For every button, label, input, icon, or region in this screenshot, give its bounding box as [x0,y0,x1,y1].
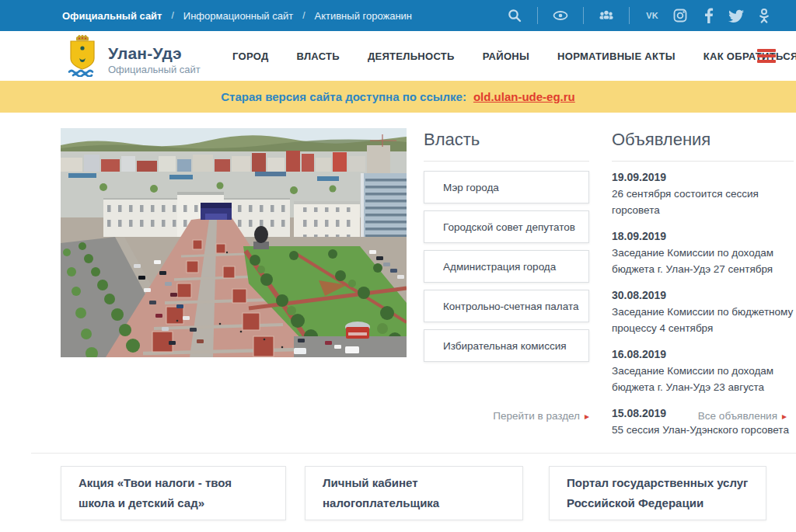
announcement-text: Заседание Комиссии по доходам бюджета г.… [612,363,794,395]
announcements-list: 19.09.2019 26 сентября состоится сессия … [612,169,794,438]
nav-item-power[interactable]: ВЛАСТЬ [297,50,340,62]
power-button-administration[interactable]: Администрация города [424,250,589,283]
hero-photo [61,128,407,357]
twitter-icon[interactable] [728,7,745,24]
svg-text:VK: VK [646,11,658,20]
page: Официальный сайт / Информационный сайт /… [0,0,796,532]
header: Улан-Удэ Официальный сайт ГОРОД ВЛАСТЬ Д… [0,31,796,81]
divider [629,7,630,24]
odnoklassniki-icon[interactable] [756,7,773,24]
site-title: Улан-Удэ [108,44,201,63]
announcement-date: 19.09.2019 [612,169,794,186]
vk-icon[interactable]: VK [644,7,661,24]
divider [424,161,589,162]
announcement-item[interactable]: 30.08.2019 Заседание Комиссии по бюджетн… [612,287,794,336]
nav-item-how-to-apply[interactable]: КАК ОБРАТИТЬСЯ [703,50,796,62]
announcement-text: Заседание Комиссии по бюджетному процесс… [612,304,794,336]
quick-link-taxpayer-cabinet[interactable]: Личный кабинет налогоплательщика [305,466,523,520]
hamburger-menu-icon[interactable] [757,49,776,63]
announcement-item[interactable]: 18.09.2019 Заседание Комиссии по доходам… [612,228,794,277]
announcement-date: 30.08.2019 [612,287,794,304]
topbar-icons: VK [506,7,773,24]
topbar-link-official-site[interactable]: Официальный сайт [62,10,162,22]
arrow-right-icon: ▸ [782,411,787,422]
facebook-icon[interactable] [700,7,717,24]
power-button-control-chamber[interactable]: Контрольно-счетная палата [424,290,589,322]
main-nav: ГОРОД ВЛАСТЬ ДЕЯТЕЛЬНОСТЬ РАЙОНЫ НОРМАТИ… [232,31,796,81]
announcement-item[interactable]: 19.09.2019 26 сентября состоится сессия … [612,169,794,218]
quick-link-tax-campaign[interactable]: Акция «Твои налоги - твоя школа и детски… [61,466,286,520]
divider [583,7,584,24]
power-section: Власть Мэр города Городской совет депута… [424,130,589,369]
nav-item-activity[interactable]: ДЕЯТЕЛЬНОСТЬ [368,50,455,62]
power-button-election-commission[interactable]: Избирательная комиссия [424,329,589,362]
announcement-date: 16.08.2019 [612,346,794,363]
announcement-date: 18.09.2019 [612,228,794,245]
accessibility-eye-icon[interactable] [552,7,569,24]
nav-item-city[interactable]: ГОРОД [232,50,269,62]
divider [612,161,794,162]
topbar-link-active-citizen[interactable]: Активный горожанин [314,10,412,22]
topbar-link-info-site[interactable]: Информационный сайт [183,10,293,22]
announcement-text: Заседание Комиссии по доходам бюджета г.… [612,245,794,277]
separator: / [302,10,305,21]
coat-of-arms-icon [67,35,98,80]
instagram-icon[interactable] [672,7,689,24]
site-logo[interactable]: Улан-Удэ Официальный сайт [67,35,201,80]
announcement-item[interactable]: 16.08.2019 Заседание Комиссии по доходам… [612,346,794,395]
divider [537,7,538,24]
announcements-title: Объявления [612,130,794,150]
old-site-link[interactable]: old.ulan-ude-eg.ru [473,90,575,103]
nav-item-districts[interactable]: РАЙОНЫ [483,50,529,62]
all-announcements-link[interactable]: Все объявления▸ [612,410,787,422]
topbar: Официальный сайт / Информационный сайт /… [0,0,796,31]
power-section-title: Власть [424,130,589,150]
power-button-city-council[interactable]: Городской совет депутатов [424,210,589,243]
quick-link-gosuslugi-portal[interactable]: Портал государственных услуг Российской … [549,466,766,520]
nav-item-normative-acts[interactable]: НОРМАТИВНЫЕ АКТЫ [557,50,676,62]
community-icon[interactable] [598,7,615,24]
separator: / [171,10,173,21]
divider [31,453,796,454]
announcement-text: 55 сессия Улан-Удэнского горсовета [612,422,794,438]
banner-text: Старая версия сайта доступна по ссылке: [221,90,466,103]
old-version-banner: Старая версия сайта доступна по ссылке: … [0,81,796,113]
brand-text: Улан-Удэ Официальный сайт [108,40,201,75]
search-icon[interactable] [506,7,523,24]
power-section-more-link[interactable]: Перейти в раздел▸ [424,410,589,422]
power-button-mayor[interactable]: Мэр города [424,171,589,203]
announcements-section: Объявления 19.09.2019 26 сентября состои… [612,130,794,448]
announcement-text: 26 сентября состоится сессия горсовета [612,186,794,218]
arrow-right-icon: ▸ [585,411,589,422]
power-buttons: Мэр города Городской совет депутатов Адм… [424,171,589,362]
topbar-links: Официальный сайт / Информационный сайт /… [62,10,412,22]
site-subtitle: Официальный сайт [108,64,201,75]
